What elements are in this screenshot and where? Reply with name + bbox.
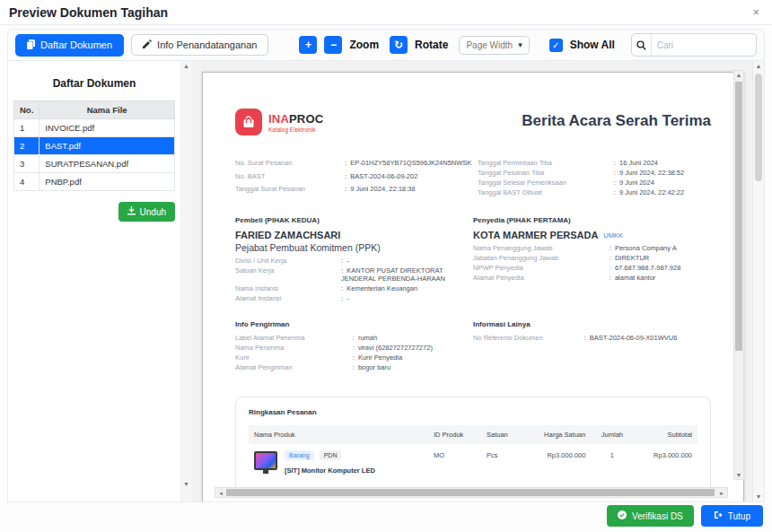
file-row-selected[interactable]: 2 BAST.pdf: [14, 137, 175, 155]
tutup-button[interactable]: Tutup: [701, 505, 763, 527]
ringkasan-pesanan-card: Ringkasan Pesanan Nama Produk ID Produk …: [235, 397, 711, 493]
scrollbar-thumb[interactable]: [735, 82, 742, 351]
logo-text-dark: PROC: [289, 112, 323, 126]
preview-dokumen-modal: Preview Dokumen Tagihan × Daftar Dokumen…: [0, 0, 772, 532]
exit-arrow-icon: [714, 510, 723, 521]
badge-pdn: PDN: [320, 450, 342, 460]
col-header-name: Nama File: [39, 101, 175, 119]
info-pengiriman-heading: Info Pengiriman: [235, 320, 473, 328]
modal-vertical-scrollbar[interactable]: ▲ ▼: [752, 61, 764, 501]
document-title: Berita Acara Serah Terima: [522, 112, 711, 130]
rotate-label: Rotate: [415, 39, 448, 51]
close-icon[interactable]: ×: [749, 4, 763, 20]
download-button[interactable]: Unduh: [118, 202, 175, 222]
file-row[interactable]: 1 INVOICE.pdf: [14, 119, 175, 137]
pencil-icon: [143, 39, 152, 50]
show-all-checkbox[interactable]: ✓: [549, 39, 563, 52]
umkk-badge: UMKK: [603, 231, 623, 240]
zoom-out-button[interactable]: −: [324, 36, 342, 54]
verifikasi-ds-button[interactable]: Verifikasi DS: [607, 505, 694, 527]
modal-footer: Verifikasi DS Tutup: [607, 505, 763, 527]
meta-left: No. Surat PesananEP-01HZY58YB71QS596JK24…: [235, 159, 471, 196]
penyedia-name: KOTA MARMER PERSADA: [473, 230, 598, 240]
zoom-label: Zoom: [349, 39, 379, 51]
meta-right: Tanggal Permintaan Tiba16 Juni 2024 Tang…: [478, 159, 711, 196]
file-row[interactable]: 4 PNBP.pdf: [14, 173, 175, 191]
file-list-panel: Daftar Dokumen No. Nama File 1 INVOICE.p…: [8, 61, 180, 501]
scrollbar-thumb[interactable]: [755, 74, 762, 181]
informasi-lainya-section: Informasi Lainya No Referensi DokumenBAS…: [473, 320, 711, 371]
document-page: INAPROC Katalog Elektronik Berita Acara …: [202, 72, 744, 501]
sidebar-scrollbar[interactable]: ▲ ▼: [180, 61, 191, 501]
penyedia-heading: Penyedia (PIHAK PERTAMA): [473, 216, 711, 224]
zoom-in-button[interactable]: +: [299, 36, 317, 54]
chevron-down-icon: ▾: [518, 40, 522, 49]
rotate-button[interactable]: ↻: [390, 36, 408, 54]
logo-subtitle: Katalog Elektronik: [268, 126, 323, 133]
pembeli-name: FARIED ZAMACHSARI: [235, 230, 473, 240]
product-name: [SIT] Monitor Komputer LED: [285, 467, 375, 475]
show-all-label: Show All: [570, 39, 615, 51]
penyedia-section: Penyedia (PIHAK PERTAMA) KOTA MARMER PER…: [473, 216, 711, 302]
product-thumbnail: [254, 451, 277, 470]
daftar-dokumen-button[interactable]: Daftar Dokumen: [15, 34, 124, 57]
pembeli-role: Pejabat Pembuat Komitmen (PPK): [235, 242, 473, 253]
modal-header: Preview Dokumen Tagihan ×: [0, 0, 772, 25]
search-input[interactable]: [652, 40, 756, 50]
ringkasan-heading: Ringkasan Pesanan: [249, 408, 697, 416]
order-item-row: Barang PDN [SIT] Monitor Komputer LED MO…: [249, 444, 697, 482]
col-header-no: No.: [14, 101, 39, 119]
info-penandatanganan-button[interactable]: Info Penandatanganan: [131, 34, 268, 56]
file-table: No. Nama File 1 INVOICE.pdf 2 BAST.pdf 3: [13, 100, 175, 191]
search-box: [631, 33, 757, 57]
modal-title: Preview Dokumen Tagihan: [9, 5, 168, 20]
download-icon: [127, 206, 136, 217]
toolbar: Daftar Dokumen Info Penandatanganan + − …: [7, 29, 765, 61]
page-scale-select[interactable]: Page Width ▾: [459, 36, 529, 55]
files-icon: [27, 39, 35, 51]
check-circle-icon: [618, 510, 627, 521]
preview-horizontal-scrollbar[interactable]: ◂ ▸: [215, 487, 728, 498]
scrollbar-thumb[interactable]: [226, 489, 715, 496]
preview-vertical-scrollbar[interactable]: ▲ ▼: [733, 70, 744, 480]
logo-text-red: INA: [268, 112, 289, 126]
file-list-title: Daftar Dokumen: [13, 77, 175, 90]
pembeli-section: Pembeli (PIHAK KEDUA) FARIED ZAMACHSARI …: [235, 216, 473, 302]
info-pengiriman-section: Info Pengiriman Label Alamat Penerimarum…: [235, 320, 473, 371]
order-items-table: Nama Produk ID Produk Satuan Harga Satua…: [249, 425, 697, 482]
document-preview-area: INAPROC Katalog Elektronik Berita Acara …: [191, 61, 764, 501]
search-icon: [632, 34, 652, 56]
inaproc-logo: INAPROC Katalog Elektronik: [235, 109, 323, 135]
file-row[interactable]: 3 SURATPESANAN.pdf: [14, 155, 175, 173]
shopping-bag-icon: [235, 109, 262, 135]
modal-body: Daftar Dokumen No. Nama File 1 INVOICE.p…: [7, 61, 765, 502]
informasi-lainya-heading: Informasi Lainya: [473, 320, 711, 328]
pembeli-heading: Pembeli (PIHAK KEDUA): [235, 216, 473, 224]
badge-barang[interactable]: Barang: [285, 450, 314, 460]
